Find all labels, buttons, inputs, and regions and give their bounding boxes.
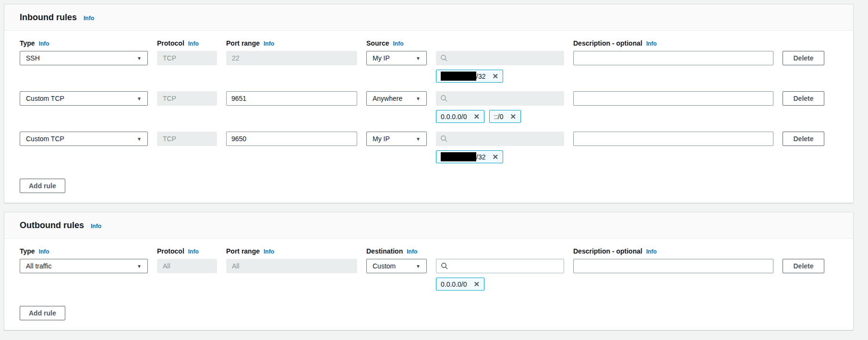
protocol-column-label: ProtocolInfo: [157, 247, 217, 255]
chevron-down-icon: ▼: [416, 56, 421, 61]
redacted-ip: [441, 152, 476, 161]
protocol-field: TCP: [157, 91, 217, 106]
destination-search-input[interactable]: [436, 259, 564, 273]
inbound-rule-tokens: /32 ✕: [20, 150, 824, 163]
source-select[interactable]: My IP▼: [366, 132, 427, 146]
type-select[interactable]: SSH▼: [20, 51, 148, 65]
inbound-rules-card: Inbound rules Info TypeInfo ProtocolInfo…: [4, 4, 854, 203]
description-input[interactable]: [573, 132, 773, 146]
remove-token-icon[interactable]: ✕: [492, 73, 498, 80]
type-column-label: TypeInfo: [20, 39, 148, 47]
protocol-field: All: [157, 259, 217, 273]
search-icon: [440, 135, 448, 143]
inbound-rule-tokens: 0.0.0.0/0 ✕ ::/0 ✕: [20, 110, 824, 123]
protocol-info-link[interactable]: Info: [188, 248, 199, 255]
type-column-label: TypeInfo: [20, 247, 148, 255]
search-icon: [440, 95, 448, 102]
outbound-rule-tokens: 0.0.0.0/0 ✕: [20, 278, 824, 291]
description-info-link[interactable]: Info: [646, 40, 657, 47]
inbound-rule-row: Custom TCP▼ TCP My IP▼ Delete: [20, 132, 824, 146]
outbound-column-labels: TypeInfo ProtocolInfo Port rangeInfo Des…: [20, 247, 824, 255]
port-range-input[interactable]: [226, 91, 357, 106]
port-range-column-label: Port rangeInfo: [226, 247, 357, 255]
add-rule-button[interactable]: Add rule: [20, 306, 65, 320]
type-select[interactable]: Custom TCP▼: [20, 132, 148, 146]
description-column-label: Description - optionalInfo: [573, 247, 773, 255]
chevron-down-icon: ▼: [137, 96, 142, 101]
inbound-rules-info-link[interactable]: Info: [84, 15, 94, 22]
remove-token-icon[interactable]: ✕: [474, 113, 480, 120]
source-search-input: [436, 91, 564, 106]
protocol-info-link[interactable]: Info: [188, 40, 199, 47]
delete-button[interactable]: Delete: [783, 51, 824, 65]
type-select[interactable]: Custom TCP▼: [20, 91, 148, 106]
port-range-field: All: [226, 259, 357, 273]
inbound-column-labels: TypeInfo ProtocolInfo Port rangeInfo Sou…: [20, 39, 824, 47]
description-input[interactable]: [573, 51, 773, 65]
search-icon: [440, 54, 448, 62]
chevron-down-icon: ▼: [137, 136, 142, 142]
redacted-ip: [441, 72, 476, 81]
type-info-link[interactable]: Info: [39, 40, 49, 47]
search-icon: [441, 262, 448, 270]
chevron-down-icon: ▼: [416, 136, 421, 142]
cidr-token: 0.0.0.0/0 ✕: [436, 110, 484, 123]
remove-token-icon[interactable]: ✕: [492, 153, 498, 160]
port-range-input[interactable]: [226, 132, 357, 146]
cidr-token: /32 ✕: [436, 150, 503, 163]
port-range-info-link[interactable]: Info: [264, 40, 274, 47]
protocol-field: TCP: [157, 132, 217, 146]
inbound-rules-header: Inbound rules Info: [4, 4, 853, 31]
description-input[interactable]: [573, 91, 773, 106]
inbound-rules-title: Inbound rules: [20, 12, 77, 23]
port-range-column-label: Port rangeInfo: [226, 39, 357, 47]
source-column-label: SourceInfo: [366, 39, 427, 47]
delete-button[interactable]: Delete: [783, 132, 824, 146]
source-select[interactable]: My IP▼: [366, 51, 427, 65]
description-column-label: Description - optionalInfo: [573, 39, 773, 47]
inbound-rule-row: SSH▼ TCP 22 My IP▼ Delete: [20, 51, 824, 65]
chevron-down-icon: ▼: [137, 264, 142, 269]
cidr-token: ::/0 ✕: [489, 110, 521, 123]
protocol-field: TCP: [157, 51, 217, 65]
type-select[interactable]: All traffic▼: [20, 259, 148, 273]
remove-token-icon[interactable]: ✕: [474, 280, 480, 288]
outbound-rules-header: Outbound rules Info: [4, 212, 853, 239]
destination-select[interactable]: Custom▼: [366, 259, 427, 273]
cidr-token: /32 ✕: [436, 70, 503, 83]
chevron-down-icon: ▼: [416, 264, 421, 269]
type-info-link[interactable]: Info: [39, 248, 49, 255]
inbound-rule-row: Custom TCP▼ TCP Anywhere▼ Delete: [20, 91, 824, 106]
chevron-down-icon: ▼: [416, 96, 421, 101]
delete-button[interactable]: Delete: [783, 259, 824, 273]
source-info-link[interactable]: Info: [393, 40, 403, 47]
protocol-column-label: ProtocolInfo: [157, 39, 217, 47]
inbound-rule-tokens: /32 ✕: [20, 70, 824, 83]
cidr-token: 0.0.0.0/0 ✕: [436, 278, 484, 291]
destination-info-link[interactable]: Info: [407, 248, 417, 255]
description-input[interactable]: [573, 259, 773, 273]
source-search-input: [436, 132, 564, 146]
source-search-input: [436, 51, 564, 65]
outbound-rule-row: All traffic▼ All All Custom▼ Delete: [20, 259, 824, 273]
outbound-rules-info-link[interactable]: Info: [91, 223, 101, 230]
delete-button[interactable]: Delete: [783, 91, 824, 106]
destination-column-label: DestinationInfo: [366, 247, 427, 255]
inbound-rules-body: TypeInfo ProtocolInfo Port rangeInfo Sou…: [4, 31, 853, 203]
port-range-info-link[interactable]: Info: [264, 248, 274, 255]
chevron-down-icon: ▼: [137, 56, 142, 61]
source-select[interactable]: Anywhere▼: [366, 91, 427, 106]
description-info-link[interactable]: Info: [646, 248, 657, 255]
port-range-field: 22: [226, 51, 357, 65]
outbound-rules-title: Outbound rules: [20, 220, 84, 231]
add-rule-button[interactable]: Add rule: [20, 179, 65, 193]
remove-token-icon[interactable]: ✕: [510, 113, 517, 120]
outbound-rules-card: Outbound rules Info TypeInfo ProtocolInf…: [4, 212, 854, 330]
outbound-rules-body: TypeInfo ProtocolInfo Port rangeInfo Des…: [4, 239, 853, 330]
